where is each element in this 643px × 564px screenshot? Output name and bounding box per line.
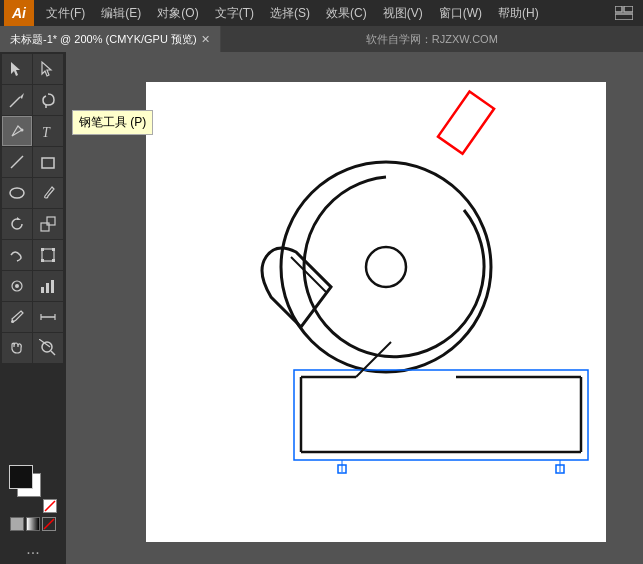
pen-tool[interactable] xyxy=(2,116,32,146)
tool-row-6 xyxy=(2,209,64,239)
tool-row-1 xyxy=(2,54,64,84)
tool-row-9 xyxy=(2,302,64,332)
canvas-background xyxy=(146,82,606,542)
rect-tool[interactable] xyxy=(33,147,63,177)
menu-effect[interactable]: 效果(C) xyxy=(318,3,375,24)
tool-row-3: T xyxy=(2,116,64,146)
svg-rect-42 xyxy=(294,370,588,460)
tooltip: 钢笔工具 (P) xyxy=(72,110,153,135)
tool-row-4 xyxy=(2,147,64,177)
menu-view[interactable]: 视图(V) xyxy=(375,3,431,24)
svg-point-6 xyxy=(21,129,24,132)
svg-rect-16 xyxy=(52,248,55,251)
measure-tool[interactable] xyxy=(33,302,63,332)
app-logo: Ai xyxy=(4,0,34,26)
tool-row-7 xyxy=(2,240,64,270)
warp-tool[interactable] xyxy=(2,240,32,270)
menu-select[interactable]: 选择(S) xyxy=(262,3,318,24)
menu-object[interactable]: 对象(O) xyxy=(149,3,206,24)
svg-rect-18 xyxy=(52,259,55,262)
svg-rect-9 xyxy=(42,158,54,168)
fill-color-box[interactable] xyxy=(9,465,33,489)
svg-line-8 xyxy=(11,156,23,168)
tab-close-btn[interactable]: ✕ xyxy=(201,33,210,46)
gradient-icon[interactable] xyxy=(26,517,40,531)
svg-line-29 xyxy=(51,351,55,355)
lasso-tool[interactable] xyxy=(33,85,63,115)
svg-line-36 xyxy=(291,257,326,292)
scale-tool[interactable] xyxy=(33,209,63,239)
website-label: 软件自学网：RJZXW.COM xyxy=(221,26,643,52)
svg-rect-33 xyxy=(438,92,494,154)
line-tool[interactable] xyxy=(2,147,32,177)
svg-point-20 xyxy=(15,284,19,288)
svg-line-31 xyxy=(45,501,55,511)
svg-text:T: T xyxy=(42,125,51,140)
none-icon xyxy=(43,499,57,513)
svg-rect-22 xyxy=(46,283,49,293)
svg-point-24 xyxy=(11,320,14,323)
svg-rect-13 xyxy=(47,217,55,225)
svg-line-30 xyxy=(39,339,50,347)
tabbar: 未标题-1* @ 200% (CMYK/GPU 预览) ✕ 软件自学网：RJZX… xyxy=(0,26,643,52)
free-transform-tool[interactable] xyxy=(33,240,63,270)
tool-row-10 xyxy=(2,333,64,363)
ellipse-tool[interactable] xyxy=(2,178,32,208)
svg-rect-21 xyxy=(41,287,44,293)
svg-rect-12 xyxy=(41,223,49,231)
toolbar: T xyxy=(0,52,66,564)
svg-marker-4 xyxy=(20,93,24,99)
tool-row-2 xyxy=(2,85,64,115)
svg-rect-1 xyxy=(624,6,633,12)
svg-point-35 xyxy=(366,247,406,287)
layout-icon xyxy=(615,6,633,20)
none-stroke-icon[interactable] xyxy=(42,517,56,531)
svg-point-28 xyxy=(42,342,52,352)
svg-rect-15 xyxy=(41,248,44,251)
menu-file[interactable]: 文件(F) xyxy=(38,3,93,24)
paintbrush-tool[interactable] xyxy=(33,178,63,208)
color-mode-icon[interactable] xyxy=(10,517,24,531)
direct-select-tool[interactable] xyxy=(33,54,63,84)
svg-rect-17 xyxy=(41,259,44,262)
svg-rect-2 xyxy=(615,14,633,20)
magic-wand-tool[interactable] xyxy=(2,85,32,115)
svg-rect-0 xyxy=(615,6,622,12)
svg-line-3 xyxy=(10,97,20,107)
tool-row-8 xyxy=(2,271,64,301)
svg-line-32 xyxy=(44,519,54,529)
select-tool[interactable] xyxy=(2,54,32,84)
zoom-tool[interactable] xyxy=(33,333,63,363)
svg-point-10 xyxy=(10,188,24,198)
menu-window[interactable]: 窗口(W) xyxy=(431,3,490,24)
menubar: Ai 文件(F) 编辑(E) 对象(O) 文字(T) 选择(S) 效果(C) 视… xyxy=(0,0,643,26)
tool-row-5 xyxy=(2,178,64,208)
tab-title: 未标题-1* @ 200% (CMYK/GPU 预览) xyxy=(10,32,197,47)
eyedropper-tool[interactable] xyxy=(2,302,32,332)
color-section xyxy=(2,457,64,535)
active-tab[interactable]: 未标题-1* @ 200% (CMYK/GPU 预览) ✕ xyxy=(0,26,221,52)
svg-marker-11 xyxy=(17,217,21,220)
type-tool[interactable]: T xyxy=(33,116,63,146)
more-tools-btn[interactable]: ... xyxy=(2,536,64,562)
menu-text[interactable]: 文字(T) xyxy=(207,3,262,24)
hand-tool[interactable] xyxy=(2,333,32,363)
drawing-svg xyxy=(146,82,606,542)
rotate-tool[interactable] xyxy=(2,209,32,239)
chart-tool[interactable] xyxy=(33,271,63,301)
symbol-sprayer-tool[interactable] xyxy=(2,271,32,301)
menu-edit[interactable]: 编辑(E) xyxy=(93,3,149,24)
menu-help[interactable]: 帮助(H) xyxy=(490,3,547,24)
main-area: T xyxy=(0,52,643,564)
svg-rect-23 xyxy=(51,280,54,293)
